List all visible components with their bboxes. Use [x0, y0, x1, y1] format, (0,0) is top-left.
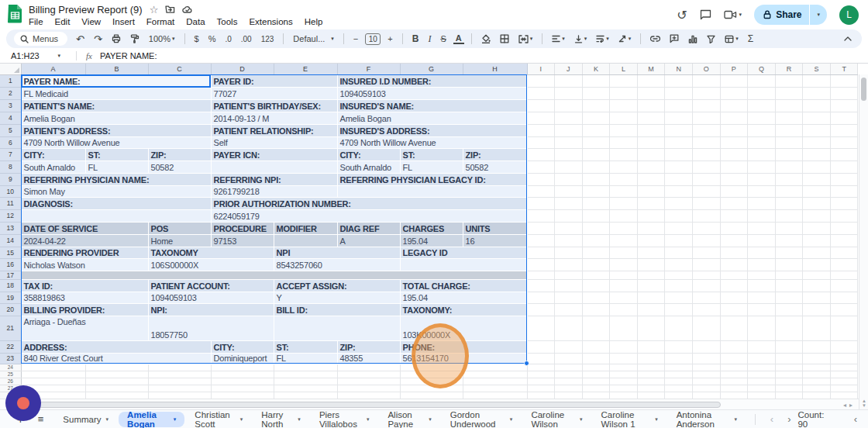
cell[interactable] — [665, 124, 693, 136]
cell[interactable]: 195.04 — [400, 292, 527, 303]
paint-format-button[interactable] — [128, 34, 142, 43]
column-header-H[interactable]: H — [463, 64, 527, 74]
tab-menu-caret[interactable]: ▾ — [367, 416, 370, 423]
cell[interactable] — [555, 271, 583, 279]
cell[interactable] — [803, 197, 831, 209]
cell[interactable] — [830, 392, 858, 399]
cell[interactable] — [274, 234, 337, 247]
cell[interactable] — [148, 371, 211, 378]
cell[interactable] — [21, 209, 211, 222]
cell[interactable]: ZIP: — [337, 340, 400, 353]
cell[interactable] — [637, 271, 665, 279]
cell[interactable] — [720, 316, 748, 340]
star-icon[interactable]: ☆ — [150, 5, 159, 15]
cell[interactable] — [720, 99, 748, 112]
cell[interactable] — [665, 258, 693, 271]
cell[interactable] — [692, 234, 720, 247]
cell[interactable] — [555, 385, 583, 392]
cell[interactable]: LEGACY ID — [400, 247, 527, 258]
formula-input[interactable]: PAYER NAME: — [100, 51, 157, 60]
cell[interactable] — [692, 124, 720, 136]
more-formats-button[interactable]: 123 — [259, 35, 277, 43]
cell[interactable] — [527, 160, 555, 173]
cell[interactable] — [21, 378, 85, 385]
undo-button[interactable]: ↶ — [74, 33, 87, 45]
cell[interactable] — [830, 292, 858, 303]
cell[interactable] — [527, 378, 555, 385]
row-header-21[interactable]: 21 — [0, 316, 21, 340]
cell[interactable] — [775, 87, 803, 99]
cell[interactable] — [527, 292, 555, 303]
cell[interactable] — [830, 247, 858, 258]
cell[interactable] — [637, 385, 665, 392]
cell[interactable] — [665, 353, 693, 364]
cell[interactable]: 1094059103 — [337, 87, 527, 99]
cell[interactable] — [775, 258, 803, 271]
cell[interactable]: CITY: — [21, 148, 85, 160]
column-header-S[interactable]: S — [803, 64, 831, 74]
cell[interactable] — [692, 87, 720, 99]
cell[interactable] — [274, 378, 337, 385]
cell[interactable] — [748, 87, 776, 99]
cell[interactable] — [803, 303, 831, 316]
cell[interactable]: South Arnaldo — [21, 160, 85, 173]
tab-menu-caret[interactable]: ▾ — [106, 416, 109, 423]
cell[interactable] — [582, 385, 610, 392]
cell[interactable]: PATIENT'S NAME: — [21, 99, 211, 112]
cell[interactable]: 8543257060 — [274, 258, 400, 271]
cell[interactable] — [555, 185, 583, 197]
cell[interactable] — [830, 136, 858, 148]
cell[interactable] — [555, 340, 583, 353]
cell[interactable] — [665, 378, 693, 385]
cell[interactable]: INSURED'S NAME: — [337, 99, 527, 112]
row-header-26[interactable]: 26 — [0, 378, 21, 385]
cell[interactable] — [692, 148, 720, 160]
cell[interactable] — [775, 378, 803, 385]
cell[interactable] — [830, 112, 858, 124]
text-rotation-button[interactable]: ▾ — [616, 35, 634, 43]
cell[interactable] — [665, 292, 693, 303]
cell[interactable] — [582, 247, 610, 258]
cell[interactable] — [555, 316, 583, 340]
cell[interactable] — [665, 197, 693, 209]
cell[interactable] — [274, 371, 337, 378]
cell[interactable]: INSURED'S ADDRESS: — [337, 124, 527, 136]
cell[interactable] — [337, 371, 400, 378]
cell[interactable] — [803, 371, 831, 378]
cell[interactable] — [610, 185, 638, 197]
cell[interactable] — [582, 87, 610, 99]
cell[interactable] — [665, 340, 693, 353]
row-header-11[interactable]: 11 — [0, 197, 21, 209]
tab-menu-caret[interactable]: ▾ — [655, 416, 658, 423]
cell[interactable] — [665, 234, 693, 247]
cell[interactable] — [830, 364, 858, 371]
cell[interactable] — [21, 271, 527, 279]
text-wrap-button[interactable]: ▾ — [594, 35, 611, 43]
cell[interactable] — [21, 364, 85, 371]
cell[interactable] — [720, 279, 748, 292]
column-header-G[interactable]: G — [400, 64, 463, 74]
tab-menu-caret[interactable]: ▾ — [174, 416, 177, 423]
cell[interactable] — [555, 392, 583, 399]
cell[interactable]: BILLING PROVIDER: — [21, 303, 148, 316]
cell[interactable] — [775, 160, 803, 173]
strikethrough-button[interactable]: S — [438, 34, 448, 43]
cell[interactable]: PROCEDURE — [211, 222, 274, 234]
row-header-7[interactable]: 7 — [0, 148, 21, 160]
cell[interactable] — [610, 385, 638, 392]
row-header-17[interactable]: 17 — [0, 271, 21, 279]
avatar[interactable]: L — [839, 5, 859, 25]
cell[interactable] — [830, 148, 858, 160]
sheet-tab-christian-scott[interactable]: Christian Scott▾ — [186, 412, 251, 427]
cell[interactable] — [830, 279, 858, 292]
sheet-tab-summary[interactable]: Summary▾ — [54, 412, 117, 427]
column-header-E[interactable]: E — [274, 64, 337, 74]
cell[interactable]: POS — [148, 222, 211, 234]
column-header-R[interactable]: R — [775, 64, 803, 74]
cell[interactable] — [748, 148, 776, 160]
horizontal-align-button[interactable]: ▾ — [549, 35, 567, 43]
cell[interactable] — [803, 234, 831, 247]
cell[interactable] — [720, 112, 748, 124]
cell[interactable] — [582, 279, 610, 292]
cell[interactable] — [582, 99, 610, 112]
